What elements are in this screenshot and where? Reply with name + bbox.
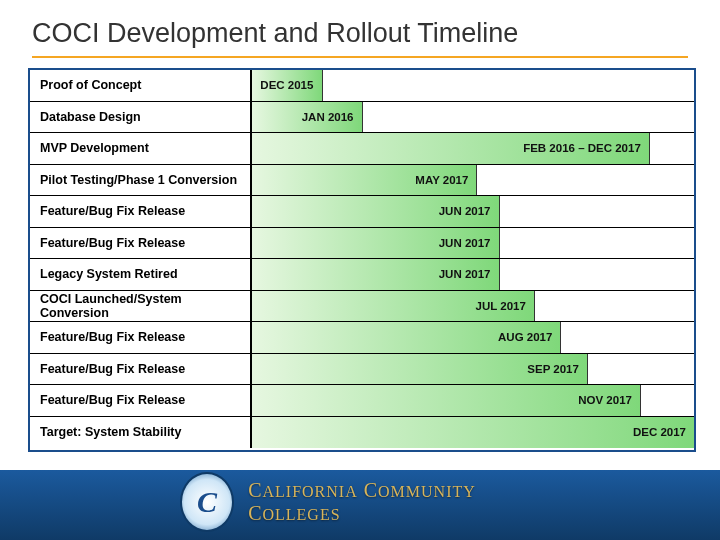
timeline-row: Legacy System RetiredJUN 2017 (30, 259, 694, 291)
row-label: Feature/Bug Fix Release (30, 228, 252, 259)
row-label: Feature/Bug Fix Release (30, 354, 252, 385)
row-track: JUN 2017 (252, 259, 694, 290)
timeline-row: Feature/Bug Fix ReleaseJUN 2017 (30, 228, 694, 260)
gantt-bar: NOV 2017 (252, 385, 641, 416)
bar-date: JUN 2017 (439, 205, 491, 217)
timeline-row: Feature/Bug Fix ReleaseJUN 2017 (30, 196, 694, 228)
row-track: SEP 2017 (252, 354, 694, 385)
row-track: NOV 2017 (252, 385, 694, 416)
row-label: Feature/Bug Fix Release (30, 196, 252, 227)
bar-date: FEB 2016 – DEC 2017 (523, 142, 641, 154)
title-underline (32, 56, 688, 58)
gantt-bar: JUN 2017 (252, 228, 500, 259)
gantt-bar: JUN 2017 (252, 196, 500, 227)
gantt-bar: MAY 2017 (252, 165, 477, 196)
timeline-row: Pilot Testing/Phase 1 ConversionMAY 2017 (30, 165, 694, 197)
row-track: JAN 2016 (252, 102, 694, 133)
timeline-chart: Proof of ConceptDEC 2015Database DesignJ… (28, 68, 696, 452)
row-label: Proof of Concept (30, 70, 252, 101)
bar-date: JAN 2016 (302, 111, 354, 123)
timeline-row: Proof of ConceptDEC 2015 (30, 70, 694, 102)
bar-date: JUN 2017 (439, 268, 491, 280)
row-track: JUN 2017 (252, 196, 694, 227)
gantt-bar: JUL 2017 (252, 291, 535, 322)
timeline-row: Feature/Bug Fix ReleaseNOV 2017 (30, 385, 694, 417)
gantt-bar: FEB 2016 – DEC 2017 (252, 133, 650, 164)
bar-date: DEC 2015 (260, 79, 313, 91)
timeline-row: MVP DevelopmentFEB 2016 – DEC 2017 (30, 133, 694, 165)
gantt-bar: JUN 2017 (252, 259, 500, 290)
row-label: Target: System Stability (30, 417, 252, 449)
bar-date: NOV 2017 (578, 394, 632, 406)
page-title: COCI Development and Rollout Timeline (32, 18, 518, 49)
row-track: JUN 2017 (252, 228, 694, 259)
gantt-bar: DEC 2017 (252, 417, 694, 449)
gantt-bar: SEP 2017 (252, 354, 588, 385)
gantt-bar: DEC 2015 (252, 70, 323, 101)
row-track: MAY 2017 (252, 165, 694, 196)
row-label: COCI Launched/System Conversion (30, 291, 252, 322)
row-label: Feature/Bug Fix Release (30, 385, 252, 416)
row-track: DEC 2015 (252, 70, 694, 101)
row-track: DEC 2017 (252, 417, 694, 449)
timeline-row: Target: System StabilityDEC 2017 (30, 417, 694, 449)
gantt-bar: JAN 2016 (252, 102, 363, 133)
timeline-row: Feature/Bug Fix ReleaseAUG 2017 (30, 322, 694, 354)
bar-date: SEP 2017 (527, 363, 579, 375)
row-label: Database Design (30, 102, 252, 133)
row-label: Pilot Testing/Phase 1 Conversion (30, 165, 252, 196)
gantt-bar: AUG 2017 (252, 322, 561, 353)
bar-date: DEC 2017 (633, 426, 686, 438)
row-track: FEB 2016 – DEC 2017 (252, 133, 694, 164)
seal-icon: C (180, 472, 234, 532)
row-track: AUG 2017 (252, 322, 694, 353)
footer-logo: C CALIFORNIA COMMUNITY COLLEGES (180, 472, 540, 532)
row-label: MVP Development (30, 133, 252, 164)
row-label: Legacy System Retired (30, 259, 252, 290)
bar-date: MAY 2017 (415, 174, 468, 186)
row-track: JUL 2017 (252, 291, 694, 322)
slide: COCI Development and Rollout Timeline Pr… (0, 0, 720, 540)
bar-date: JUN 2017 (439, 237, 491, 249)
timeline-row: Feature/Bug Fix ReleaseSEP 2017 (30, 354, 694, 386)
bar-date: JUL 2017 (476, 300, 526, 312)
timeline-row: COCI Launched/System ConversionJUL 2017 (30, 291, 694, 323)
timeline-row: Database DesignJAN 2016 (30, 102, 694, 134)
bar-date: AUG 2017 (498, 331, 552, 343)
org-name: CALIFORNIA COMMUNITY COLLEGES (248, 479, 540, 525)
row-label: Feature/Bug Fix Release (30, 322, 252, 353)
